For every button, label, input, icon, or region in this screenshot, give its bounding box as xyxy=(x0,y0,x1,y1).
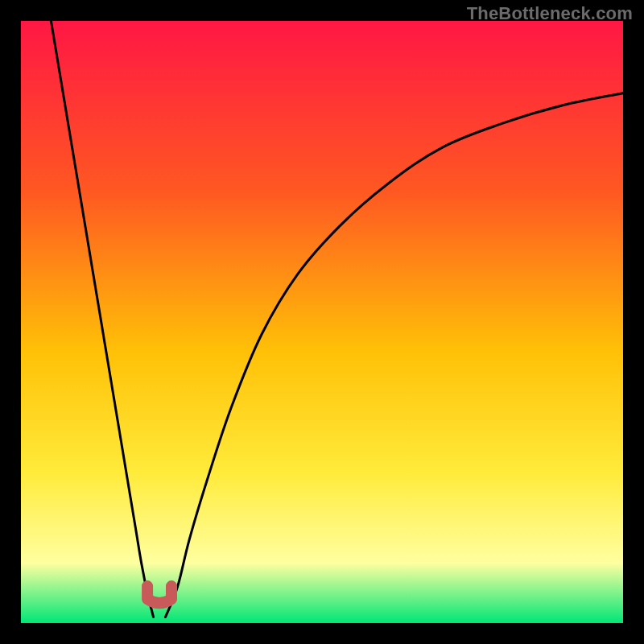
outer-frame: TheBottleneck.com xyxy=(0,0,644,644)
bottleneck-chart xyxy=(21,21,623,623)
plot-area xyxy=(21,21,623,623)
gradient-background xyxy=(21,21,623,623)
